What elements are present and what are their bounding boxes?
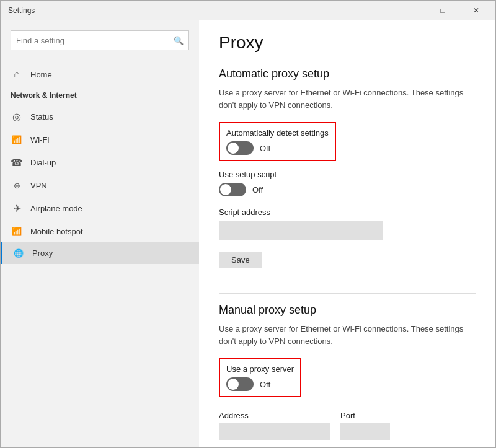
address-port-row: Address Port — [219, 411, 476, 440]
sidebar-item-home[interactable]: ⌂ Home — [1, 63, 199, 86]
manual-section-title: Manual proxy setup — [219, 304, 476, 317]
window-controls: ─ □ ✕ — [395, 1, 490, 20]
hotspot-icon: 📶 — [11, 227, 23, 236]
sidebar-item-airplane[interactable]: ✈ Airplane mode — [1, 196, 199, 221]
sidebar-item-wifi[interactable]: 📶 Wi-Fi — [1, 129, 199, 151]
setup-script-toggle[interactable] — [219, 183, 246, 196]
section-divider — [219, 293, 476, 294]
settings-window: Settings ─ □ ✕ 🔍 ⌂ Home Network & Intern… — [0, 0, 496, 448]
auto-section-desc: Use a proxy server for Ethernet or Wi-Fi… — [219, 87, 476, 111]
manual-section-desc: Use a proxy server for Ethernet or Wi-Fi… — [219, 323, 476, 347]
sidebar-item-proxy-label: Proxy — [32, 248, 53, 258]
title-bar: Settings ─ □ ✕ — [1, 1, 495, 20]
window-title: Settings — [8, 6, 35, 15]
proxy-icon: 🌐 — [12, 248, 25, 258]
script-address-input[interactable] — [219, 221, 383, 240]
home-icon: ⌂ — [11, 69, 23, 80]
vpn-icon: ⊕ — [11, 181, 23, 190]
setup-script-label: Use setup script — [219, 170, 476, 179]
setup-script-toggle-row: Off — [219, 183, 476, 196]
sidebar-item-status[interactable]: ◎ Status — [1, 105, 199, 129]
sidebar-item-dialup[interactable]: ☎ Dial-up — [1, 151, 199, 175]
airplane-icon: ✈ — [11, 203, 23, 214]
page-title: Proxy — [219, 33, 476, 53]
script-address-label: Script address — [219, 208, 476, 217]
use-proxy-highlight: Use a proxy server Off — [219, 358, 301, 397]
window-content: 🔍 ⌂ Home Network & Internet ◎ Status 📶 W… — [1, 20, 495, 447]
sidebar: 🔍 ⌂ Home Network & Internet ◎ Status 📶 W… — [1, 20, 199, 447]
minimize-button[interactable]: ─ — [395, 1, 423, 20]
main-content: Proxy Automatic proxy setup Use a proxy … — [199, 20, 495, 447]
sidebar-item-airplane-label: Airplane mode — [30, 204, 82, 213]
port-group: Port — [340, 411, 390, 440]
sidebar-section-label: Network & Internet — [1, 86, 199, 105]
auto-detect-highlight: Automatically detect settings Off — [219, 122, 336, 161]
sidebar-item-vpn-label: VPN — [30, 181, 47, 190]
sidebar-item-status-label: Status — [30, 112, 53, 121]
use-proxy-toggle[interactable] — [226, 377, 254, 391]
close-button[interactable]: ✕ — [462, 1, 490, 20]
sidebar-item-dialup-label: Dial-up — [30, 158, 56, 167]
address-input[interactable] — [219, 423, 330, 440]
setup-script-toggle-label: Off — [252, 185, 263, 195]
sidebar-item-hotspot[interactable]: 📶 Mobile hotspot — [1, 221, 199, 242]
script-address-group: Script address — [219, 208, 476, 240]
maximize-button[interactable]: □ — [428, 1, 457, 20]
status-icon: ◎ — [11, 111, 23, 123]
sidebar-item-vpn[interactable]: ⊕ VPN — [1, 175, 199, 196]
address-label: Address — [219, 411, 330, 420]
sidebar-item-home-label: Home — [30, 70, 52, 79]
use-proxy-label: Use a proxy server — [226, 364, 294, 374]
search-input[interactable] — [16, 36, 174, 45]
use-proxy-toggle-label: Off — [260, 380, 270, 389]
auto-detect-toggle[interactable] — [226, 141, 254, 155]
dialup-icon: ☎ — [11, 157, 23, 169]
address-group: Address — [219, 411, 330, 440]
sidebar-item-wifi-label: Wi-Fi — [30, 135, 49, 144]
auto-detect-toggle-label: Off — [260, 144, 270, 153]
auto-section-title: Automatic proxy setup — [219, 68, 476, 81]
port-label: Port — [340, 411, 390, 420]
sidebar-item-proxy[interactable]: 🌐 Proxy — [1, 242, 199, 264]
auto-detect-label: Automatically detect settings — [226, 128, 329, 138]
auto-detect-toggle-row: Off — [226, 141, 329, 155]
search-icon: 🔍 — [174, 36, 184, 45]
setup-script-group: Use setup script Off — [219, 170, 476, 196]
use-proxy-toggle-row: Off — [226, 377, 294, 391]
search-box[interactable]: 🔍 — [11, 30, 189, 50]
port-input[interactable] — [340, 423, 390, 440]
sidebar-header: 🔍 — [1, 20, 199, 63]
save-button[interactable]: Save — [219, 252, 262, 268]
sidebar-item-hotspot-label: Mobile hotspot — [30, 227, 83, 236]
wifi-icon: 📶 — [11, 135, 23, 144]
